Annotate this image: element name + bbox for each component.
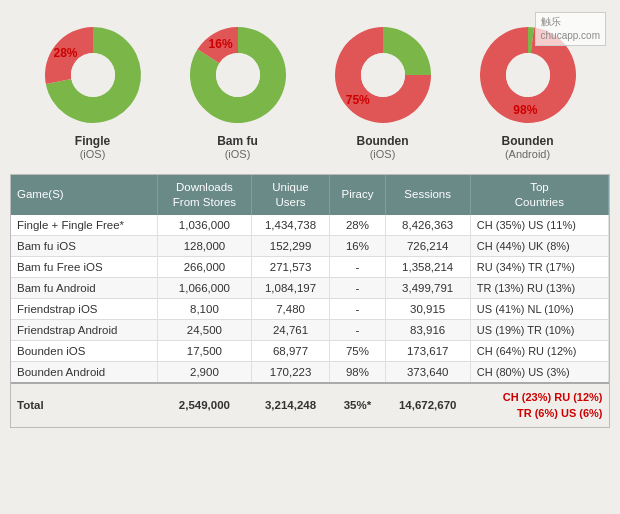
cell-countries: CH (35%) US (11%) (470, 215, 608, 236)
cell-countries: CH (80%) US (3%) (470, 361, 608, 383)
cell-users: 68,977 (251, 340, 330, 361)
table-row: Friendstrap Android 24,500 24,761 - 83,9… (11, 319, 609, 340)
donut-label-bounden_android: 98% (513, 103, 537, 117)
cell-game: Bounden iOS (11, 340, 158, 361)
cell-sessions: 1,358,214 (385, 256, 470, 277)
watermark: 触乐chucapp.com (535, 12, 606, 46)
cell-piracy: - (330, 319, 385, 340)
donut-bounden_ios: 75% (328, 20, 438, 130)
chart-bamfu: 16%Bam fu(iOS) (183, 20, 293, 160)
col-piracy: Piracy (330, 175, 385, 215)
chart-name-bounden_ios: Bounden (357, 134, 409, 148)
svg-point-2 (361, 53, 405, 97)
cell-users: 170,223 (251, 361, 330, 383)
chart-name-bounden_android: Bounden (502, 134, 554, 148)
table-header: Game(S) DownloadsFrom Stores UniqueUsers… (11, 175, 609, 215)
table-row: Fingle + Fingle Free* 1,036,000 1,434,73… (11, 215, 609, 236)
cell-game: Bounden Android (11, 361, 158, 383)
cell-countries: CH (64%) RU (12%) (470, 340, 608, 361)
data-table-wrapper: Game(S) DownloadsFrom Stores UniqueUsers… (10, 174, 610, 428)
donut-label-bounden_ios: 75% (346, 93, 370, 107)
chart-platform-bounden_android: (Android) (505, 148, 550, 160)
cell-piracy: - (330, 256, 385, 277)
cell-game: Fingle + Fingle Free* (11, 215, 158, 236)
page-container: 28%Fingle(iOS)16%Bam fu(iOS)75%Bounden(i… (0, 0, 620, 438)
table-row: Bam fu Free iOS 266,000 271,573 - 1,358,… (11, 256, 609, 277)
cell-downloads: 1,036,000 (158, 215, 252, 236)
footer-countries: CH (23%) RU (12%)TR (6%) US (6%) (470, 383, 608, 427)
cell-users: 1,434,738 (251, 215, 330, 236)
cell-countries: CH (44%) UK (8%) (470, 235, 608, 256)
cell-downloads: 8,100 (158, 298, 252, 319)
cell-downloads: 1,066,000 (158, 277, 252, 298)
cell-game: Friendstrap iOS (11, 298, 158, 319)
table-row: Bam fu iOS 128,000 152,299 16% 726,214 C… (11, 235, 609, 256)
chart-platform-bounden_ios: (iOS) (370, 148, 396, 160)
cell-piracy: - (330, 298, 385, 319)
footer-piracy: 35%* (330, 383, 385, 427)
table-row: Bounden Android 2,900 170,223 98% 373,64… (11, 361, 609, 383)
donut-label-bamfu: 16% (209, 37, 233, 51)
cell-sessions: 30,915 (385, 298, 470, 319)
cell-sessions: 8,426,363 (385, 215, 470, 236)
cell-sessions: 3,499,791 (385, 277, 470, 298)
donut-fingle: 28% (38, 20, 148, 130)
table-body: Fingle + Fingle Free* 1,036,000 1,434,73… (11, 215, 609, 383)
col-users: UniqueUsers (251, 175, 330, 215)
footer-label: Total (11, 383, 158, 427)
cell-countries: US (41%) NL (10%) (470, 298, 608, 319)
cell-game: Bam fu Android (11, 277, 158, 298)
chart-platform-fingle: (iOS) (80, 148, 106, 160)
cell-game: Bam fu Free iOS (11, 256, 158, 277)
cell-countries: US (19%) TR (10%) (470, 319, 608, 340)
charts-row: 28%Fingle(iOS)16%Bam fu(iOS)75%Bounden(i… (10, 20, 610, 160)
cell-downloads: 128,000 (158, 235, 252, 256)
chart-name-bamfu: Bam fu (217, 134, 258, 148)
table-footer: Total 2,549,000 3,214,248 35%* 14,672,67… (11, 383, 609, 427)
cell-piracy: 98% (330, 361, 385, 383)
footer-sessions: 14,672,670 (385, 383, 470, 427)
footer-downloads: 2,549,000 (158, 383, 252, 427)
cell-users: 7,480 (251, 298, 330, 319)
cell-downloads: 266,000 (158, 256, 252, 277)
cell-downloads: 2,900 (158, 361, 252, 383)
donut-label-fingle: 28% (54, 46, 78, 60)
chart-bounden_ios: 75%Bounden(iOS) (328, 20, 438, 160)
table-row: Bam fu Android 1,066,000 1,084,197 - 3,4… (11, 277, 609, 298)
table-row: Bounden iOS 17,500 68,977 75% 173,617 CH… (11, 340, 609, 361)
svg-point-1 (216, 53, 260, 97)
data-table: Game(S) DownloadsFrom Stores UniqueUsers… (11, 175, 609, 427)
cell-piracy: 75% (330, 340, 385, 361)
col-downloads: DownloadsFrom Stores (158, 175, 252, 215)
footer-users: 3,214,248 (251, 383, 330, 427)
cell-sessions: 726,214 (385, 235, 470, 256)
chart-name-fingle: Fingle (75, 134, 110, 148)
col-game: Game(S) (11, 175, 158, 215)
col-countries: TopCountries (470, 175, 608, 215)
cell-countries: TR (13%) RU (13%) (470, 277, 608, 298)
cell-piracy: - (330, 277, 385, 298)
cell-users: 152,299 (251, 235, 330, 256)
cell-piracy: 16% (330, 235, 385, 256)
col-sessions: Sessions (385, 175, 470, 215)
cell-users: 1,084,197 (251, 277, 330, 298)
chart-platform-bamfu: (iOS) (225, 148, 251, 160)
donut-bamfu: 16% (183, 20, 293, 130)
cell-sessions: 173,617 (385, 340, 470, 361)
cell-piracy: 28% (330, 215, 385, 236)
cell-countries: RU (34%) TR (17%) (470, 256, 608, 277)
cell-sessions: 373,640 (385, 361, 470, 383)
table-row: Friendstrap iOS 8,100 7,480 - 30,915 US … (11, 298, 609, 319)
cell-users: 24,761 (251, 319, 330, 340)
cell-sessions: 83,916 (385, 319, 470, 340)
cell-users: 271,573 (251, 256, 330, 277)
chart-fingle: 28%Fingle(iOS) (38, 20, 148, 160)
cell-downloads: 17,500 (158, 340, 252, 361)
svg-point-3 (506, 53, 550, 97)
cell-downloads: 24,500 (158, 319, 252, 340)
cell-game: Bam fu iOS (11, 235, 158, 256)
cell-game: Friendstrap Android (11, 319, 158, 340)
